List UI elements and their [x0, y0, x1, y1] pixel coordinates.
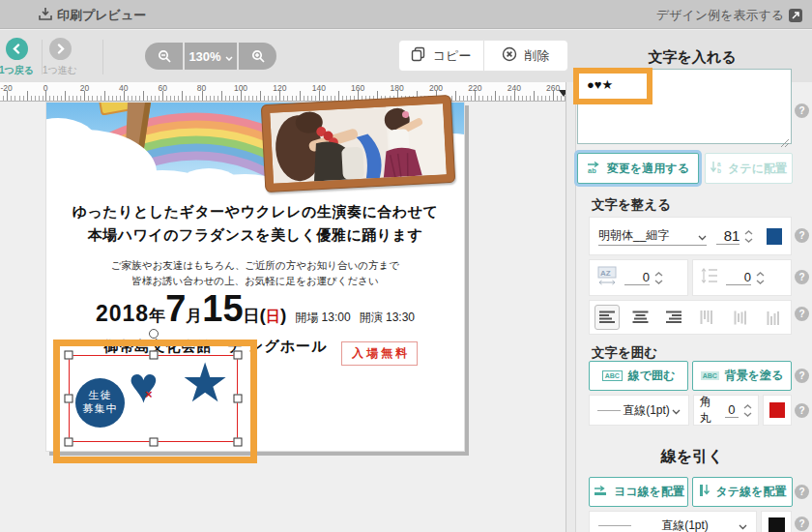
valign-top-button[interactable]	[694, 305, 719, 330]
selection-handle-e[interactable]	[234, 395, 243, 403]
line-sample-icon	[598, 525, 631, 526]
vertical-layout-button[interactable]: ab タテに配置	[705, 153, 793, 184]
show-start-time: 開演 13:30	[360, 310, 415, 324]
selection-rectangle[interactable]	[69, 355, 238, 442]
alignment-row	[589, 300, 792, 335]
flyer-subtext-2[interactable]: 皆様お誘い合わせの上、お気軽に足をお運びください	[46, 275, 464, 288]
help-icon[interactable]: ?	[795, 485, 809, 499]
page-title: 印刷プレビュー	[57, 7, 146, 24]
chevron-down-icon	[672, 401, 681, 419]
insert-text-title: 文字を入れる	[576, 48, 808, 67]
flyer-headline-2[interactable]: 本場ハワイのフラダンスを美しく優雅に踊ります	[46, 226, 464, 245]
letter-spacing-input[interactable]: 0	[624, 270, 650, 285]
ruler-number: 100	[234, 83, 247, 93]
vertical-line-icon	[699, 484, 710, 500]
horizontal-ruler: -20020406080100120140160180200220240260	[0, 82, 566, 102]
rotation-handle[interactable]	[149, 329, 159, 339]
svg-text:b: b	[717, 167, 721, 174]
border-color-swatch[interactable]	[769, 402, 785, 418]
chevron-down-icon	[225, 49, 233, 64]
selection-handle-n[interactable]	[150, 351, 159, 360]
selection-handle-se[interactable]	[234, 438, 243, 447]
zoom-in-button[interactable]	[239, 43, 276, 70]
ruler-number: 20	[80, 83, 89, 93]
font-size-input[interactable]: 81	[716, 227, 740, 245]
font-color-swatch[interactable]	[767, 228, 782, 245]
selection-handle-s[interactable]	[150, 438, 159, 447]
flyer-headline-1[interactable]: ゆったりとしたギターやウクレレの生演奏に合わせて	[46, 203, 464, 222]
doors-open-time: 開場 13:00	[295, 310, 350, 324]
line-spacing-stepper[interactable]	[756, 272, 765, 284]
divider	[102, 40, 103, 74]
help-icon[interactable]: ?	[795, 369, 809, 383]
object-actions: コピー 削除	[399, 41, 567, 71]
font-family-select[interactable]: 明朝体__細字	[598, 227, 707, 246]
free-admission-badge[interactable]: 入場無料	[341, 341, 418, 366]
flyer-subtext-1[interactable]: ご家族やお友達はもちろん、ご近所の方やお知り合いの方まで	[46, 259, 464, 273]
redo-button[interactable]: 1つ進む	[37, 38, 83, 77]
valign-middle-button[interactable]	[728, 305, 753, 330]
help-icon[interactable]: ?	[795, 307, 809, 321]
vertical-text-icon: ab	[710, 161, 722, 177]
corner-radius-input[interactable]: 0	[725, 402, 739, 418]
zoom-level-select[interactable]: 130%	[185, 43, 237, 70]
outline-text-button[interactable]: ABC 線で囲む	[589, 361, 688, 391]
highlight-box-symbols	[573, 68, 652, 104]
draw-line-style-select[interactable]: 直線(1pt)	[589, 511, 757, 532]
help-icon[interactable]: ?	[795, 103, 809, 118]
letter-spacing-stepper[interactable]	[654, 272, 663, 284]
font-settings-row: 明朝体__細字 81	[589, 217, 792, 255]
help-icon[interactable]: ?	[795, 228, 809, 243]
ruler-number: 0	[44, 83, 48, 93]
chevron-right-icon	[49, 38, 72, 60]
design-examples-link[interactable]: デザイン例を表示する	[656, 7, 802, 24]
letter-spacing-box: AZ 0	[589, 259, 688, 296]
line-spacing-input[interactable]: 0	[726, 270, 751, 285]
external-link-icon	[789, 9, 802, 22]
align-center-button[interactable]	[627, 305, 652, 330]
help-icon[interactable]: ?	[795, 403, 809, 418]
ruler-number: 120	[273, 83, 286, 93]
chevron-down-icon	[698, 227, 707, 245]
svg-text:AZ: AZ	[600, 269, 611, 278]
selection-handle-nw[interactable]	[65, 351, 73, 360]
ruler-number: -20	[0, 83, 12, 93]
place-horizontal-line-button[interactable]: ヨコ線を配置	[589, 477, 688, 507]
selection-handle-sw[interactable]	[65, 438, 73, 447]
line-color-box	[761, 511, 792, 532]
corner-radius-stepper[interactable]	[743, 404, 752, 417]
ruler-number: 180	[391, 83, 404, 93]
resize-grip-icon[interactable]	[781, 133, 789, 151]
border-line-style-select[interactable]: 直線(1pt)	[589, 395, 689, 426]
align-left-button[interactable]	[594, 305, 620, 330]
ruler-number: 240	[508, 83, 521, 93]
copy-button[interactable]: コピー	[399, 41, 483, 71]
selection-handle-w[interactable]	[65, 395, 73, 403]
place-vertical-line-button[interactable]: タテ線を配置	[692, 477, 793, 507]
selection-handle-ne[interactable]	[234, 351, 243, 360]
ruler-number: 40	[119, 83, 128, 93]
delete-button[interactable]: 削除	[483, 41, 568, 71]
svg-text:a: a	[717, 161, 721, 167]
flyer-date-line[interactable]: 2018年7月15日(日)開場 13:00開演 13:30	[46, 288, 464, 330]
apply-changes-button[interactable]: ab 変更を適用する	[577, 153, 699, 184]
ruler-number: 220	[468, 83, 481, 93]
valign-bottom-button[interactable]	[761, 305, 786, 330]
horizontal-text-icon: ab	[587, 161, 601, 177]
chevron-left-icon	[6, 38, 28, 60]
fill-background-button[interactable]: ABC 背景を塗る	[692, 361, 792, 391]
line-color-swatch[interactable]	[768, 517, 785, 532]
print-preview-icon	[39, 8, 52, 23]
photo-frame[interactable]	[261, 95, 455, 192]
surround-text-title: 文字を囲む	[592, 344, 657, 362]
help-icon[interactable]: ?	[795, 517, 809, 531]
undo-button[interactable]: 1つ戻る	[0, 38, 40, 77]
line-spacing-icon	[701, 267, 718, 288]
align-right-button[interactable]	[661, 305, 686, 330]
help-icon[interactable]: ?	[795, 270, 809, 284]
abc-outline-icon: ABC	[602, 370, 623, 381]
zoom-out-button[interactable]	[145, 43, 183, 70]
font-size-stepper[interactable]	[744, 230, 753, 243]
copy-icon	[411, 46, 426, 65]
letter-spacing-icon: AZ	[597, 266, 617, 289]
